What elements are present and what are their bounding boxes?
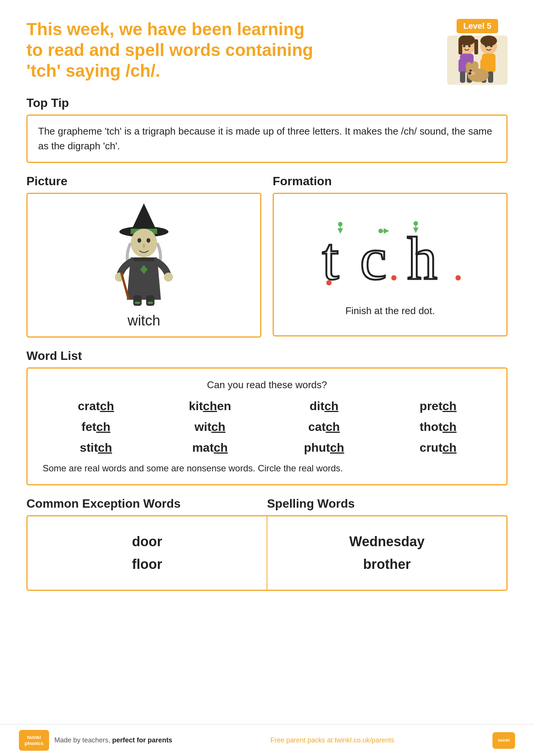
svg-point-6	[480, 36, 497, 46]
word-list-prompt: Can you read these words?	[43, 379, 491, 391]
cew-title: Common Exception Words	[26, 497, 267, 511]
formation-note: Finish at the red dot.	[345, 305, 435, 317]
page-header: This week, we have been learning to read…	[26, 19, 508, 85]
header-right: Level 5	[447, 19, 508, 85]
spelling-column: Spelling Words Wednesday brother	[267, 497, 508, 591]
list-item: kitchen	[157, 399, 263, 413]
formation-column: Formation t c h	[273, 174, 508, 338]
word-list-title: Word List	[26, 349, 508, 363]
svg-rect-17	[474, 39, 478, 54]
svg-point-7	[485, 45, 487, 47]
svg-marker-28	[131, 203, 157, 232]
page-title: This week, we have been learning to read…	[26, 19, 321, 82]
page-footer: twinklphonics Made by teachers, perfect …	[0, 724, 534, 756]
cew-column: Common Exception Words door floor	[26, 497, 267, 591]
picture-label: witch	[128, 313, 161, 329]
svg-rect-41	[148, 302, 153, 304]
svg-text:c: c	[360, 225, 387, 292]
footer-tagline-prefix: Made by teachers,	[54, 736, 112, 744]
spelling-box: Wednesday brother	[267, 515, 508, 591]
list-item: phutch	[271, 441, 377, 455]
picture-formation-grid: Picture	[26, 174, 508, 338]
list-item: match	[157, 441, 263, 455]
list-item: catch	[271, 420, 377, 434]
footer-center: Free parent packs at twinkl.co.uk/parent…	[270, 736, 394, 744]
svg-rect-38	[133, 295, 142, 306]
svg-rect-39	[146, 295, 154, 306]
svg-rect-11	[458, 59, 464, 73]
cew-box: door floor	[26, 515, 267, 591]
svg-line-37	[121, 273, 129, 300]
svg-rect-40	[135, 302, 140, 304]
twinkl-logo-text: twinklphonics	[25, 734, 43, 746]
tch-svg: t c h	[318, 217, 462, 292]
twinkl-logo: twinklphonics	[19, 730, 49, 751]
svg-point-18	[463, 45, 465, 47]
svg-rect-13	[460, 71, 465, 83]
level-badge: Level 5	[457, 19, 499, 33]
picture-box: witch	[26, 193, 261, 338]
word-grid: cratch kitchen ditch pretch fetch witch …	[43, 399, 491, 455]
svg-point-23	[472, 61, 478, 70]
spelling-title: Spelling Words	[267, 497, 508, 511]
svg-point-30	[131, 229, 157, 257]
svg-rect-5	[488, 71, 493, 83]
word-list-note: Some are real words and some are nonsens…	[43, 463, 491, 474]
formation-box: t c h	[273, 193, 508, 336]
twinkl-logo-small: twinkl	[492, 732, 515, 749]
svg-text:h: h	[407, 225, 437, 292]
cew-spell-section: Common Exception Words door floor Spelli…	[26, 497, 508, 591]
picture-title: Picture	[26, 174, 261, 188]
list-item: cratch	[43, 399, 149, 413]
picture-column: Picture	[26, 174, 261, 338]
svg-point-53	[455, 275, 461, 280]
svg-point-24	[469, 70, 472, 72]
svg-rect-33	[133, 257, 154, 261]
twinkl-logo-sm-text: twinkl	[498, 738, 509, 743]
spelling-word-1: Wednesday	[349, 534, 424, 550]
footer-left: twinklphonics Made by teachers, perfect …	[19, 730, 172, 751]
list-item: witch	[157, 420, 263, 434]
svg-point-52	[391, 275, 397, 280]
svg-point-26	[468, 72, 471, 74]
tip-box: The grapheme 'tch' is a trigraph because…	[26, 115, 508, 163]
list-item: thotch	[385, 420, 491, 434]
word-list-box: Can you read these words? cratch kitchen…	[26, 367, 508, 485]
tch-letters: t c h	[318, 217, 462, 294]
svg-point-32	[147, 238, 150, 243]
svg-point-22	[466, 62, 472, 71]
list-item: ditch	[271, 399, 377, 413]
svg-point-51	[326, 280, 332, 285]
svg-point-19	[468, 45, 471, 47]
footer-tagline-bold: perfect for parents	[112, 736, 172, 744]
svg-point-31	[137, 238, 141, 243]
footer-tagline: Made by teachers, perfect for parents	[54, 736, 172, 744]
witch-illustration	[110, 201, 178, 307]
list-item: pretch	[385, 399, 491, 413]
top-tip-title: Top Tip	[26, 96, 508, 110]
tip-text: The grapheme 'tch' is a trigraph because…	[38, 125, 492, 152]
list-item: crutch	[385, 441, 491, 455]
svg-point-36	[164, 273, 173, 282]
svg-point-8	[490, 45, 492, 47]
svg-rect-3	[489, 59, 494, 73]
svg-rect-16	[458, 39, 462, 54]
cew-word-1: door	[132, 534, 162, 550]
formation-title: Formation	[273, 174, 508, 188]
spelling-word-2: brother	[363, 556, 411, 572]
list-item: stitch	[43, 441, 149, 455]
footer-right: twinkl	[492, 732, 515, 749]
list-item: fetch	[43, 420, 149, 434]
cew-word-2: floor	[132, 556, 162, 572]
characters-illustration	[447, 36, 508, 85]
